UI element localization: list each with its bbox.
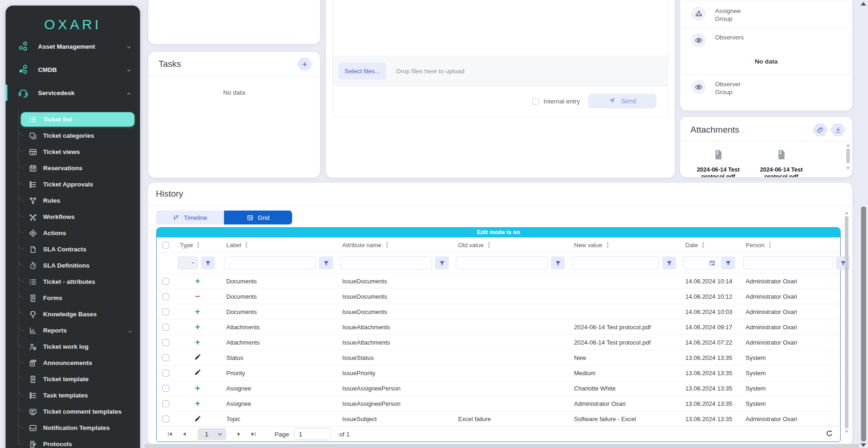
column-menu-icon[interactable]: [386, 242, 388, 243]
sidebar-item-sla-contracts[interactable]: SLA Contracts: [6, 241, 140, 257]
column-menu-icon[interactable]: [198, 242, 199, 243]
sidebar-item-protocols[interactable]: Protocols: [6, 436, 140, 448]
person-filter-input[interactable]: [743, 256, 833, 269]
table-row[interactable]: −DocumentsIssueDocuments14.06.2024 10:12…: [157, 289, 840, 304]
sidebar-item-ticket-views[interactable]: Ticket views: [6, 144, 140, 160]
attachments-scrollbar[interactable]: [846, 144, 850, 170]
sidebar-item-ticket-template[interactable]: Ticket template: [6, 371, 140, 387]
last-page-button[interactable]: [247, 429, 259, 440]
sidebar-item-ticket-categories[interactable]: Ticket categories: [6, 128, 140, 144]
new-value-filter-button[interactable]: [662, 256, 676, 269]
tab-grid[interactable]: Grid: [224, 211, 292, 224]
table-row[interactable]: +DocumentsIssueDocuments14.06.2024 10:03…: [157, 304, 840, 320]
sidebar-item-ticket-comment-templates[interactable]: Ticket comment templates: [6, 403, 140, 420]
sidebar-section-cmdb[interactable]: CMDB: [6, 58, 140, 81]
row-date: 14.06.2024 10:14: [680, 278, 740, 285]
sidebar-item-knowledge-bases[interactable]: Knowledge Bases: [6, 306, 140, 322]
sidebar-item-sla-definitions[interactable]: SLA Definitions: [6, 257, 140, 274]
table-row[interactable]: +DocumentsIssueDocuments14.06.2024 10:14…: [157, 274, 840, 289]
column-header-date: Date: [680, 242, 740, 249]
table-row[interactable]: StatusIssueStatusNew13.06.2024 13:35Syst…: [157, 350, 840, 365]
sidebar-item-workflows[interactable]: Workflows: [6, 209, 140, 225]
internal-entry-checkbox[interactable]: [532, 98, 539, 105]
select-files-button[interactable]: Select files...: [338, 63, 386, 80]
add-task-button[interactable]: +: [297, 57, 313, 71]
row-checkbox[interactable]: [162, 339, 169, 346]
sidebar-item-forms[interactable]: Forms: [6, 290, 140, 306]
upload-dropzone[interactable]: Select files... Drop files here to uploa…: [333, 56, 668, 86]
tab-timeline[interactable]: Timeline: [156, 211, 224, 224]
sidebar-item-rules[interactable]: Rules: [6, 192, 140, 209]
row-checkbox[interactable]: [162, 400, 169, 407]
download-all-button[interactable]: [830, 123, 846, 137]
internal-entry-label[interactable]: Internal entry: [543, 98, 580, 105]
type-filter-select[interactable]: [178, 256, 198, 269]
scroll-down-arrow[interactable]: [861, 443, 866, 447]
sidebar-section-servicedesk[interactable]: Servicedesk: [6, 81, 140, 104]
sidebar-item-notification-templates[interactable]: Notification Templates: [6, 420, 140, 436]
table-row[interactable]: +AssigneeIssueAssigneePersonCharlotte Wh…: [157, 381, 840, 396]
row-checkbox[interactable]: [162, 293, 169, 300]
attach-file-button[interactable]: [812, 123, 828, 137]
comment-text-area[interactable]: [333, 0, 668, 56]
sidebar-item-announcements[interactable]: Announcements: [6, 355, 140, 371]
sidebar-item-ticket-attributes[interactable]: Ticket - attributes: [6, 274, 140, 290]
scrollbar-thumb[interactable]: [861, 206, 866, 442]
row-checkbox[interactable]: [162, 370, 169, 377]
column-menu-icon[interactable]: [488, 242, 490, 243]
row-checkbox[interactable]: [162, 324, 169, 331]
table-row[interactable]: PriorityIssuePriorityMedium13.06.2024 13…: [157, 365, 840, 381]
table-row[interactable]: +AttachmentsIssueAttachments2024-06-14 T…: [157, 320, 840, 335]
page-number-input[interactable]: [294, 428, 331, 440]
row-checkbox[interactable]: [162, 278, 169, 285]
network-icon: [29, 213, 37, 221]
sidebar-item-actions[interactable]: Actions: [6, 225, 140, 241]
attribute-filter-input[interactable]: [340, 256, 432, 269]
history-scrollbar[interactable]: [844, 211, 849, 433]
select-all-checkbox[interactable]: [162, 242, 169, 249]
sidebar-item-task-templates[interactable]: Task templates: [6, 387, 140, 403]
date-filter-button[interactable]: [721, 256, 735, 269]
next-page-button[interactable]: [233, 429, 245, 440]
attribute-filter-button[interactable]: [435, 256, 449, 269]
observers-row[interactable]: Observers: [680, 28, 852, 52]
column-menu-icon[interactable]: [607, 242, 608, 243]
row-checkbox[interactable]: [162, 354, 169, 361]
column-menu-icon[interactable]: [769, 242, 771, 243]
prev-page-button[interactable]: [179, 429, 191, 440]
old-value-filter-input[interactable]: [456, 256, 548, 269]
sidebar-item-ticket-work-log[interactable]: Ticket work log: [6, 339, 140, 355]
attachment-item[interactable]: 2024-06-14 Test protocol.pdf: [752, 148, 811, 177]
table-row[interactable]: +AttachmentsIssueAttachments2024-06-14 T…: [157, 335, 840, 350]
type-filter-button[interactable]: [201, 256, 215, 269]
eye-icon: [691, 80, 706, 94]
label-filter-button[interactable]: [319, 256, 333, 269]
sidebar-item-ticket-approvals[interactable]: Ticket Approvals: [6, 176, 140, 192]
attachment-item[interactable]: 2024-06-14 Test protocol.pdf: [689, 148, 748, 177]
row-attribute-name: IssueAttachments: [337, 324, 453, 331]
row-checkbox[interactable]: [162, 308, 169, 315]
old-value-filter-button[interactable]: [551, 256, 565, 269]
sidebar-item-reservations[interactable]: Reservations: [6, 160, 140, 176]
table-row[interactable]: +AssigneeIssueAssigneePersonAdministrato…: [157, 396, 840, 411]
observer-group-row[interactable]: Observer Group: [680, 75, 852, 101]
horizontal-scrollbar[interactable]: [145, 444, 859, 448]
assignee-group-row[interactable]: Assignee Group: [680, 1, 852, 27]
row-checkbox[interactable]: [162, 416, 169, 422]
refresh-button[interactable]: [823, 429, 835, 440]
page-scrollbar[interactable]: [862, 0, 867, 448]
row-checkbox[interactable]: [162, 385, 169, 392]
scroll-up-arrow[interactable]: [861, 2, 866, 6]
sidebar-section-asset-management[interactable]: Asset Management: [6, 35, 140, 58]
sidebar-item-reports[interactable]: Reports: [6, 322, 140, 339]
send-button[interactable]: Send: [588, 94, 657, 109]
table-row[interactable]: TopicIssueSubjectExcel failureSoftware f…: [157, 411, 840, 427]
first-page-button[interactable]: [164, 429, 176, 440]
label-filter-input[interactable]: [224, 256, 316, 269]
sidebar-item-ticket-list[interactable]: Ticket list: [6, 111, 140, 128]
add-icon: +: [195, 384, 200, 392]
page-size-select[interactable]: 1: [198, 428, 226, 440]
column-menu-icon[interactable]: [246, 242, 247, 243]
new-value-filter-input[interactable]: [572, 256, 659, 269]
column-menu-icon[interactable]: [702, 242, 704, 243]
